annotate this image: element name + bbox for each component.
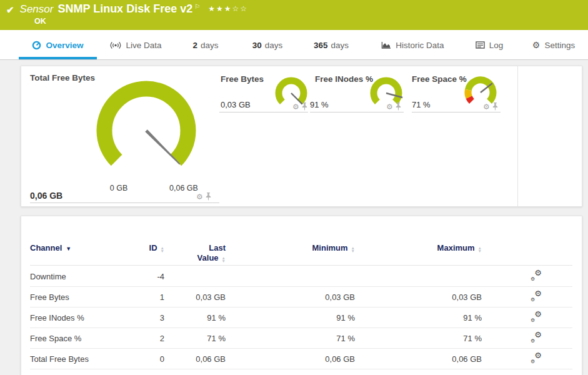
gauges-panel: Total Free Bytes 0 GB 0,06 GB 0,06 GB ⚙ … (21, 66, 582, 207)
gear-icon[interactable]: ⚙ (196, 193, 203, 201)
tab-label: Settings (544, 41, 575, 50)
channel-settings-icon[interactable]: ⚙⚙ (531, 332, 542, 342)
cell-minimum: 0,06 GB (226, 354, 355, 364)
channel-settings-icon[interactable]: ⚙⚙ (531, 291, 542, 301)
cell-last-value: 0,03 GB (164, 292, 226, 302)
column-header-maximum[interactable]: Maximum▲▼ (355, 243, 482, 263)
status-badge: OK (34, 17, 46, 26)
sort-active-icon: ▼ (66, 246, 71, 252)
tab-bar: Overview Live Data 2 days 30 days 365 da… (0, 30, 588, 60)
cell-id: 3 (142, 313, 164, 322)
object-kind-label: Sensor (20, 3, 54, 16)
live-data-icon (110, 41, 121, 49)
cell-maximum: 0,03 GB (355, 292, 482, 302)
gear-icon[interactable]: ⚙ (386, 103, 393, 111)
mini-gauge-title: Free Bytes (221, 74, 264, 84)
channel-settings-icon[interactable]: ⚙⚙ (531, 270, 542, 281)
tab-overview[interactable]: Overview (19, 30, 97, 60)
column-header-minimum[interactable]: Minimum▲▼ (226, 243, 355, 263)
prtg-sensor-page: ✔ Sensor SNMP Linux Disk Free v2 ⚐ ★★★☆☆… (0, 0, 588, 375)
table-row-free-bytes: Free Bytes 1 0,03 GB 0,03 GB 0,03 GB ⚙⚙ (30, 287, 572, 308)
pin-icon[interactable] (302, 102, 307, 111)
cell-minimum: 71 % (226, 334, 355, 343)
flag-icon[interactable]: ⚐ (194, 3, 200, 10)
cell-channel[interactable]: Downtime (30, 272, 142, 281)
column-header-last-value[interactable]: Last Value▲▼ (164, 243, 226, 263)
divider (412, 112, 501, 112)
main-gauge-title: Total Free Bytes (30, 73, 95, 82)
table-row-downtime: Downtime -4 ⚙⚙ (30, 266, 572, 287)
cell-id: 0 (142, 354, 164, 364)
tab-settings[interactable]: ⚙ Settings (528, 30, 579, 60)
cell-channel[interactable]: Free INodes % (30, 313, 142, 322)
tab-label: Live Data (126, 41, 161, 50)
cell-channel[interactable]: Free Space % (30, 334, 142, 343)
table-body: Downtime -4 ⚙⚙ Free Bytes 1 0,03 GB 0,03… (30, 266, 572, 369)
tab-number: 365 (314, 41, 328, 50)
cell-id: -4 (142, 272, 164, 281)
cell-channel[interactable]: Total Free Bytes (30, 354, 142, 364)
main-gauge (90, 78, 202, 175)
tab-label: Log (489, 41, 504, 50)
mini-gauge-title: Free INodes % (315, 74, 373, 84)
sensor-title-line: ✔ Sensor SNMP Linux Disk Free v2 ⚐ ★★★☆☆ (6, 2, 248, 16)
priority-stars[interactable]: ★★★☆☆ (208, 4, 248, 13)
tab-historic-data[interactable]: Historic Data (377, 30, 449, 60)
cell-channel[interactable]: Free Bytes (30, 292, 142, 302)
active-tab-indicator (19, 57, 97, 59)
tab-30-days[interactable]: 30 days (244, 30, 291, 60)
gear-icon[interactable]: ⚙ (483, 103, 490, 111)
channel-settings-icon[interactable]: ⚙⚙ (531, 352, 542, 363)
mini-gauge-actions: ⚙ (386, 102, 401, 111)
main-gauge-value: 0,06 GB (30, 191, 62, 201)
cell-minimum: 91 % (226, 313, 355, 322)
pin-icon[interactable] (492, 102, 498, 111)
tab-label: Overview (46, 41, 83, 50)
tab-label: days (265, 41, 283, 50)
tab-live-data[interactable]: Live Data (106, 30, 166, 60)
cell-minimum: 0,03 GB (226, 292, 355, 302)
cell-maximum: 71 % (355, 334, 482, 343)
tab-2-days[interactable]: 2 days (183, 30, 228, 60)
panel-column-divider (517, 66, 518, 206)
cell-id: 2 (142, 334, 164, 343)
area-chart-icon (381, 41, 391, 49)
sensor-header: ✔ Sensor SNMP Linux Disk Free v2 ⚐ ★★★☆☆… (0, 0, 588, 30)
tab-number: 2 (192, 41, 197, 50)
tab-label: days (331, 41, 349, 50)
cell-last-value: 91 % (164, 313, 226, 322)
log-icon (476, 41, 485, 49)
mini-gauge-actions: ⚙ (292, 102, 307, 111)
column-header-id[interactable]: ID▲▼ (142, 243, 164, 263)
gear-icon[interactable]: ⚙ (292, 103, 299, 111)
tab-365-days[interactable]: 365 days (306, 30, 356, 60)
column-header-channel[interactable]: Channel▼ (30, 243, 142, 263)
channels-panel: Channel▼ ID▲▼ Last Value▲▼ Minimum▲▼ Max… (21, 216, 582, 375)
table-row-free-space: Free Space % 2 71 % 71 % 71 % ⚙⚙ (30, 328, 572, 349)
table-header: Channel▼ ID▲▼ Last Value▲▼ Minimum▲▼ Max… (30, 216, 572, 266)
mini-gauge-value: 91 % (310, 100, 329, 109)
mini-gauge-title: Free Space % (412, 74, 467, 84)
divider (219, 112, 308, 112)
divider (30, 202, 219, 203)
table-row-total-free-bytes: Total Free Bytes 0 0,06 GB 0,06 GB 0,06 … (30, 349, 572, 369)
gauge-icon (32, 41, 41, 50)
mini-gauge-value: 71 % (412, 100, 431, 109)
main-gauge-actions: ⚙ (196, 192, 211, 201)
cell-id: 1 (142, 292, 164, 302)
pin-icon[interactable] (396, 102, 401, 111)
tab-label: Historic Data (396, 41, 444, 50)
main-gauge-scale-max: 0,06 GB (164, 184, 204, 192)
cell-maximum: 0,06 GB (355, 354, 482, 364)
tab-log[interactable]: Log (472, 30, 507, 60)
cell-last-value: 71 % (164, 334, 226, 343)
cell-last-value: 0,06 GB (164, 354, 226, 364)
status-check-icon: ✔ (6, 4, 14, 16)
pin-icon[interactable] (206, 192, 211, 201)
divider (310, 112, 404, 112)
tab-label: days (201, 41, 219, 50)
gear-icon: ⚙ (532, 41, 541, 49)
mini-gauge-value: 0,03 GB (221, 100, 251, 109)
channel-settings-icon[interactable]: ⚙⚙ (531, 311, 542, 322)
cell-maximum: 91 % (355, 313, 482, 322)
